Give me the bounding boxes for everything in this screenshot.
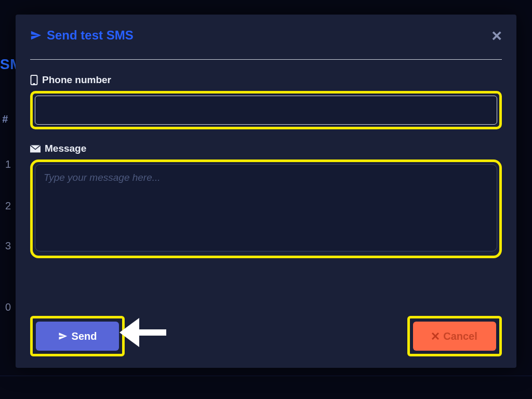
envelope-icon xyxy=(30,145,41,153)
paper-plane-icon xyxy=(30,30,42,41)
paper-plane-icon xyxy=(58,331,68,341)
message-field-block: Message xyxy=(30,143,502,258)
phone-label-text: Phone number xyxy=(42,74,111,86)
background-row-3: 3 xyxy=(5,240,11,252)
mobile-icon xyxy=(30,75,38,85)
phone-highlight xyxy=(30,91,502,129)
background-row-0: 0 xyxy=(5,301,11,313)
phone-input[interactable] xyxy=(35,96,497,125)
cancel-button[interactable]: Cancel xyxy=(413,322,496,351)
x-icon xyxy=(432,332,439,340)
background-row-1: 1 xyxy=(5,158,11,170)
background-column-hash: # xyxy=(2,113,8,125)
cancel-highlight: Cancel xyxy=(407,316,502,356)
modal-title: Send test SMS xyxy=(30,28,134,43)
send-highlight: Send xyxy=(30,316,125,356)
background-footer-bar xyxy=(0,376,532,399)
phone-field-block: Phone number xyxy=(30,74,502,129)
message-textarea[interactable] xyxy=(35,164,497,251)
modal-title-text: Send test SMS xyxy=(47,28,134,43)
message-label: Message xyxy=(30,143,502,154)
modal-footer: Send Cancel xyxy=(30,316,502,356)
send-button-label: Send xyxy=(72,330,97,342)
background-row-2: 2 xyxy=(5,200,11,212)
modal-header: Send test SMS × xyxy=(30,28,502,60)
send-test-sms-modal: Send test SMS × Phone number Message xyxy=(16,15,516,368)
message-label-text: Message xyxy=(45,143,86,154)
close-button[interactable]: × xyxy=(491,30,502,41)
send-button[interactable]: Send xyxy=(36,322,119,351)
phone-label: Phone number xyxy=(30,74,502,86)
cancel-button-label: Cancel xyxy=(443,330,477,342)
message-highlight xyxy=(30,159,502,258)
